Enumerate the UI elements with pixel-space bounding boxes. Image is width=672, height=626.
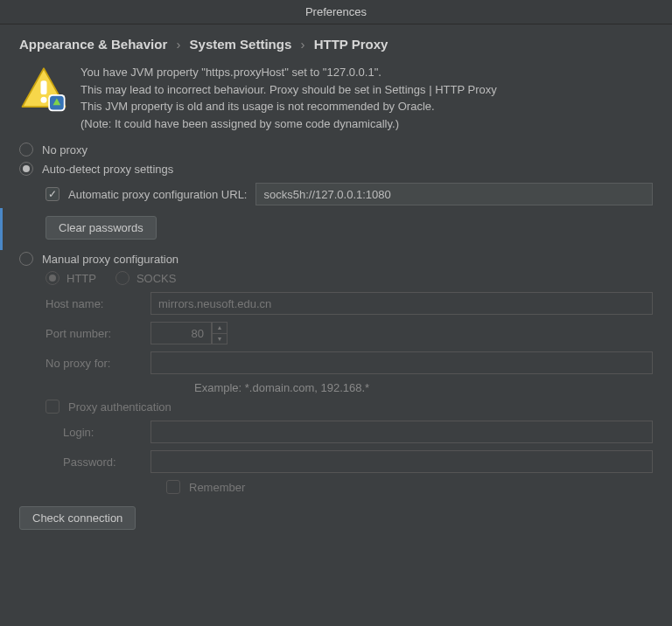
warning-line-2: This may lead to incorrect behaviour. Pr… bbox=[80, 81, 653, 99]
host-name-input bbox=[150, 292, 653, 315]
auto-url-checkbox[interactable] bbox=[46, 187, 60, 201]
auto-detect-label[interactable]: Auto-detect proxy settings bbox=[42, 163, 173, 176]
host-name-label: Host name: bbox=[46, 297, 142, 310]
warning-icon bbox=[19, 64, 68, 113]
port-number-input bbox=[150, 322, 212, 344]
breadcrumb-sep-2: › bbox=[300, 37, 304, 52]
chevron-up-icon: ▲ bbox=[213, 323, 227, 334]
port-stepper: ▲ ▼ bbox=[212, 322, 228, 344]
breadcrumb: Appearance & Behavior › System Settings … bbox=[19, 37, 653, 52]
auto-detect-radio[interactable] bbox=[19, 162, 33, 176]
warning-line-3: This JVM property is old and its usage i… bbox=[80, 98, 653, 115]
no-proxy-example-hint: Example: *.domain.com, 192.168.* bbox=[194, 381, 653, 394]
proxy-auth-checkbox bbox=[46, 400, 60, 414]
breadcrumb-sep-1: › bbox=[176, 37, 180, 52]
manual-radio[interactable] bbox=[19, 252, 33, 266]
auto-url-input[interactable] bbox=[256, 183, 653, 205]
http-label: HTTP bbox=[66, 272, 96, 285]
breadcrumb-part-2[interactable]: System Settings bbox=[190, 37, 292, 52]
password-label: Password: bbox=[63, 456, 142, 469]
port-number-label: Port number: bbox=[46, 327, 142, 340]
remember-checkbox bbox=[166, 480, 180, 494]
manual-label[interactable]: Manual proxy configuration bbox=[42, 253, 178, 266]
chevron-down-icon: ▼ bbox=[213, 334, 227, 344]
login-input bbox=[150, 421, 653, 443]
auto-url-label[interactable]: Automatic proxy configuration URL: bbox=[68, 188, 247, 201]
svg-point-2 bbox=[41, 97, 47, 103]
svg-rect-1 bbox=[41, 80, 47, 94]
window-title: Preferences bbox=[0, 0, 672, 24]
clear-passwords-button[interactable]: Clear passwords bbox=[46, 216, 157, 240]
socks-radio bbox=[116, 271, 130, 285]
password-input bbox=[150, 450, 653, 473]
login-label: Login: bbox=[63, 426, 142, 439]
warning-line-1: You have JVM property "https.proxyHost" … bbox=[80, 64, 653, 81]
breadcrumb-part-3: HTTP Proxy bbox=[314, 37, 388, 52]
no-proxy-for-input bbox=[150, 351, 653, 374]
http-radio bbox=[46, 271, 60, 285]
no-proxy-for-label: No proxy for: bbox=[46, 357, 142, 370]
breadcrumb-part-1[interactable]: Appearance & Behavior bbox=[19, 37, 167, 52]
no-proxy-radio[interactable] bbox=[19, 143, 33, 156]
warning-line-4: (Note: It could have been assigned by so… bbox=[80, 115, 653, 133]
proxy-auth-label: Proxy authentication bbox=[68, 400, 172, 414]
warning-text: You have JVM property "https.proxyHost" … bbox=[80, 64, 653, 132]
selection-accent bbox=[0, 208, 3, 250]
check-connection-button[interactable]: Check connection bbox=[19, 506, 136, 530]
socks-label: SOCKS bbox=[136, 272, 177, 285]
no-proxy-label[interactable]: No proxy bbox=[42, 143, 88, 156]
remember-label: Remember bbox=[189, 481, 245, 494]
